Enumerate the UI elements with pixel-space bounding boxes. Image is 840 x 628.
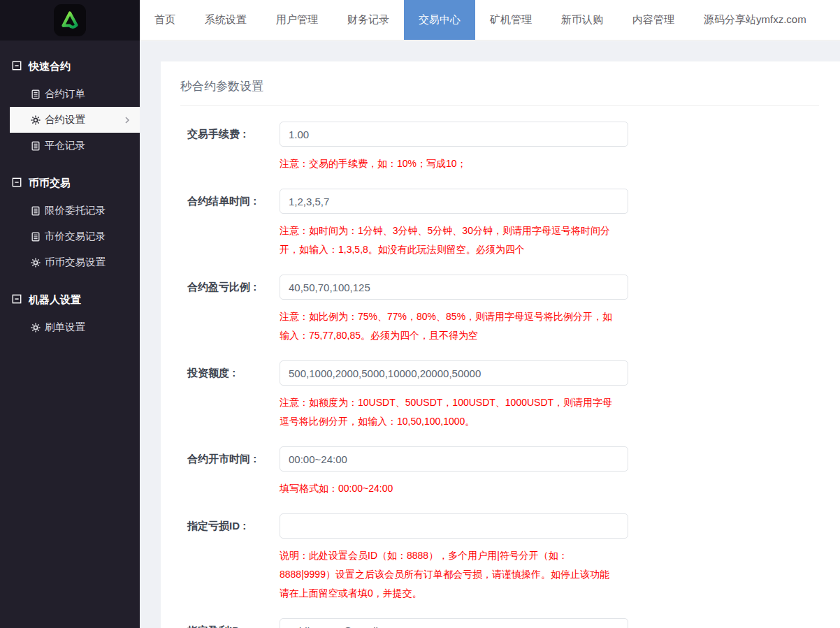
app-logo-icon	[54, 4, 86, 36]
nav-item-source-share-site[interactable]: 源码分享站ymfxz.com	[689, 0, 821, 40]
field-market-open-time: 合约开市时间 : 填写格式如：00:00~24:00	[180, 446, 819, 498]
field-label: 指定盈利ID :	[180, 618, 280, 628]
field-note: 注意：交易的手续费，如：10%；写成10；	[280, 154, 615, 173]
market-open-time-input[interactable]	[280, 446, 628, 472]
sidebar-item-label: 平仓记录	[45, 139, 85, 152]
sidebar-item-close-position-records[interactable]: 平仓记录	[0, 133, 140, 159]
nav-item-miner-management[interactable]: 矿机管理	[475, 0, 546, 40]
sidebar-item-label: 币币交易设置	[45, 256, 106, 269]
investment-amount-input[interactable]	[280, 360, 628, 386]
field-label: 指定亏损ID :	[180, 513, 280, 539]
designated-profit-id-input[interactable]	[280, 618, 628, 628]
field-note: 填写格式如：00:00~24:00	[280, 479, 615, 498]
field-trade-fee: 交易手续费 : 注意：交易的手续费，如：10%；写成10；	[180, 122, 819, 173]
sidebar-item-market-trade-records[interactable]: 市价交易记录	[0, 224, 140, 249]
chevron-right-icon	[123, 115, 131, 126]
nav-item-user-management[interactable]: 用户管理	[261, 0, 333, 40]
top-navbar: 首页 系统设置 用户管理 财务记录 交易中心 矿机管理 新币认购 内容管理 源码…	[140, 0, 840, 41]
gear-icon	[31, 258, 41, 268]
section-header-robot-settings[interactable]: 机器人设置	[0, 285, 140, 314]
collapse-minus-icon	[12, 294, 22, 306]
menu-section-coin-trade: 币币交易 限价委托记录 市价交易记录 币币交易设置	[0, 168, 140, 275]
contract-settle-time-input[interactable]	[280, 189, 628, 214]
sidebar-item-label: 刷单设置	[45, 321, 85, 334]
trade-fee-input[interactable]	[280, 122, 628, 147]
field-profit-loss-ratio: 合约盈亏比例 : 注意：如比例为：75%、77%，80%、85%，则请用字母逗号…	[180, 275, 819, 345]
sidebar-item-brush-order-settings[interactable]: 刷单设置	[0, 314, 140, 340]
sidebar-item-contract-orders[interactable]: 合约订单	[0, 81, 140, 107]
section-label: 快速合约	[29, 60, 71, 73]
section-header-quick-contract[interactable]: 快速合约	[0, 52, 140, 81]
nav-item-home[interactable]: 首页	[140, 0, 190, 40]
page-title: 秒合约参数设置	[180, 71, 819, 106]
sidebar-item-label: 合约设置	[45, 113, 85, 126]
sidebar-item-limit-order-records[interactable]: 限价委托记录	[0, 198, 140, 224]
content-card: 秒合约参数设置 交易手续费 : 注意：交易的手续费，如：10%；写成10； 合约…	[161, 61, 840, 628]
field-designated-loss-id: 指定亏损ID : 说明：此处设置会员ID（如：8888），多个用户用|符号分开（…	[180, 513, 819, 603]
sidebar-item-label: 合约订单	[45, 87, 85, 101]
app-logo[interactable]	[54, 4, 86, 36]
gear-icon	[31, 323, 41, 333]
field-note: 注意：如比例为：75%、77%，80%、85%，则请用字母逗号将比例分开，如输入…	[280, 307, 615, 345]
menu-section-robot-settings: 机器人设置 刷单设置	[0, 285, 140, 340]
sidebar-item-contract-settings[interactable]: 合约设置	[10, 107, 140, 133]
field-contract-settle-time: 合约结单时间 : 注意：如时间为：1分钟、3分钟、5分钟、30分钟，则请用字母逗…	[180, 189, 819, 259]
section-header-coin-trade[interactable]: 币币交易	[0, 168, 140, 198]
nav-item-system-settings[interactable]: 系统设置	[190, 0, 261, 40]
field-label: 合约结单时间 :	[180, 189, 280, 214]
field-label: 合约开市时间 :	[180, 446, 280, 472]
designated-loss-id-input[interactable]	[280, 513, 628, 539]
sidebar-item-label: 市价交易记录	[45, 230, 106, 243]
field-note: 注意：如时间为：1分钟、3分钟、5分钟、30分钟，则请用字母逗号将时间分开，如输…	[280, 221, 615, 259]
document-icon	[31, 206, 41, 216]
contract-settings-form: 交易手续费 : 注意：交易的手续费，如：10%；写成10； 合约结单时间 : 注…	[180, 106, 819, 628]
field-designated-profit-id: 指定盈利ID : 说明：此处设置会员ID（如：8888），多个用户用|符号分开（…	[180, 618, 819, 628]
nav-item-trade-center[interactable]: 交易中心	[404, 0, 475, 40]
field-investment-amount: 投资额度 : 注意：如额度为：10USDT、50USDT，100USDT、100…	[180, 360, 819, 431]
section-label: 币币交易	[29, 177, 71, 190]
document-icon	[31, 232, 41, 242]
nav-item-content-management[interactable]: 内容管理	[618, 0, 689, 40]
sidebar-item-coin-trade-settings[interactable]: 币币交易设置	[0, 249, 140, 275]
field-note: 说明：此处设置会员ID（如：8888），多个用户用|符号分开（如：8888|99…	[280, 546, 615, 603]
field-label: 合约盈亏比例 :	[180, 275, 280, 300]
document-icon	[31, 141, 41, 151]
nav-item-finance-records[interactable]: 财务记录	[333, 0, 404, 40]
gear-icon	[31, 115, 41, 125]
field-label: 交易手续费 :	[180, 122, 280, 147]
sidebar-menu: 快速合约 合约订单 合约设置 平仓记	[0, 41, 140, 340]
collapse-minus-icon	[12, 61, 22, 73]
menu-section-quick-contract: 快速合约 合约订单 合约设置 平仓记	[0, 52, 140, 159]
field-label: 投资额度 :	[180, 360, 280, 386]
field-note: 注意：如额度为：10USDT、50USDT，100USDT、1000USDT，则…	[280, 393, 615, 431]
section-label: 机器人设置	[29, 293, 81, 307]
document-icon	[31, 89, 41, 99]
sidebar-item-label: 限价委托记录	[45, 204, 106, 217]
nav-item-new-coin-subscription[interactable]: 新币认购	[546, 0, 618, 40]
profit-loss-ratio-input[interactable]	[280, 275, 628, 300]
sidebar-logo-strip	[0, 0, 140, 41]
collapse-minus-icon	[12, 177, 22, 189]
sidebar: 快速合约 合约订单 合约设置 平仓记	[0, 0, 140, 628]
main-area: 秒合约参数设置 交易手续费 : 注意：交易的手续费，如：10%；写成10； 合约…	[140, 41, 840, 628]
